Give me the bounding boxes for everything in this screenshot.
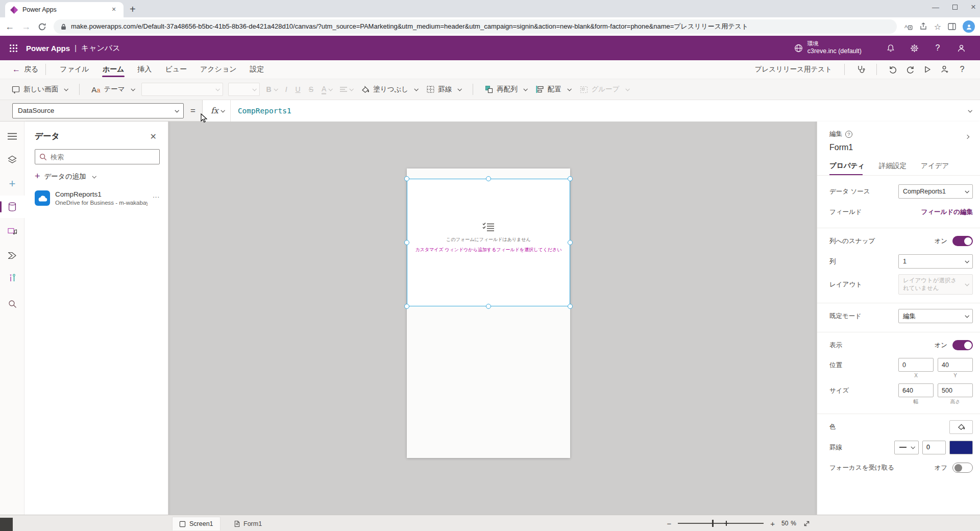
size-height-input[interactable] — [938, 383, 973, 397]
border-color-swatch[interactable] — [949, 441, 973, 454]
back-button[interactable]: ← — [5, 21, 14, 32]
help-button[interactable]: ? — [926, 43, 949, 53]
share-icon[interactable] — [919, 22, 927, 31]
menu-home[interactable]: ホーム — [96, 60, 131, 79]
fill-button[interactable]: 塗りつぶし — [357, 81, 422, 98]
settings-button[interactable] — [902, 44, 926, 53]
rail-media-button[interactable] — [0, 220, 24, 243]
window-maximize-button[interactable] — [952, 5, 958, 10]
screen-tab[interactable]: Screen1 — [172, 517, 220, 530]
columns-dropdown[interactable]: 1 — [898, 254, 973, 269]
canvas-area[interactable]: このフォームにフィールドはありません カスタマイズ ウィンドウから追加するフィー… — [168, 122, 817, 515]
color-picker-button[interactable] — [949, 420, 973, 434]
arrange-button[interactable]: 配置 — [531, 81, 575, 98]
tab-close-icon[interactable]: × — [109, 5, 118, 14]
browser-profile-avatar[interactable] — [963, 20, 975, 33]
data-source-more-button[interactable]: ... — [153, 191, 160, 199]
position-y-input[interactable] — [938, 358, 973, 372]
position-x-input[interactable] — [898, 358, 934, 372]
focus-toggle[interactable] — [952, 463, 973, 473]
selection-handle-ne[interactable] — [568, 176, 573, 181]
add-data-button[interactable]: + データの追加 — [35, 171, 160, 182]
theme-button[interactable]: Aa テーマ — [87, 81, 138, 98]
preview-play-button[interactable] — [919, 65, 936, 74]
menu-settings[interactable]: 設定 — [243, 60, 271, 79]
tab-properties[interactable]: プロパティ — [829, 159, 870, 175]
default-mode-dropdown[interactable]: 編集 — [898, 309, 973, 323]
selection-handle-se[interactable] — [568, 304, 573, 309]
form-control-selected[interactable]: このフォームにフィールドはありません カスタマイズ ウィンドウから追加するフィー… — [407, 179, 570, 306]
new-tab-button[interactable]: + — [130, 4, 136, 15]
tools-icon — [9, 274, 16, 283]
fit-to-window-icon[interactable] — [803, 520, 811, 527]
rail-advanced-tools-button[interactable] — [0, 267, 24, 289]
window-minimize-button[interactable]: — — [932, 3, 939, 11]
selection-handle-nw[interactable] — [404, 176, 409, 181]
url-field[interactable]: make.powerapps.com/e/Default-37a48656-b5… — [54, 19, 897, 34]
rail-search-button[interactable] — [0, 293, 24, 315]
redo-button[interactable] — [901, 65, 919, 74]
zoom-out-button[interactable]: − — [667, 519, 671, 528]
menu-action[interactable]: アクション — [193, 60, 243, 79]
account-button[interactable] — [949, 44, 973, 53]
snap-toggle[interactable] — [952, 236, 973, 246]
phone-screen[interactable]: このフォームにフィールドはありません カスタマイズ ウィンドウから追加するフィー… — [407, 168, 570, 458]
window-close-button[interactable]: × — [971, 2, 976, 12]
border-style-dropdown[interactable] — [894, 441, 919, 454]
selection-handle-sw[interactable] — [404, 304, 409, 309]
form-breadcrumb[interactable]: Form1 — [234, 517, 262, 530]
data-search-input[interactable] — [51, 153, 155, 161]
collapse-panel-button[interactable] — [959, 130, 973, 142]
size-width-input[interactable] — [898, 383, 934, 397]
environment-picker[interactable]: 環境 c3reve.inc (default) — [794, 40, 862, 55]
edit-fields-link[interactable]: フィールドの編集 — [921, 208, 973, 216]
selection-handle-s[interactable] — [486, 304, 491, 309]
brand-name[interactable]: Power Apps — [26, 44, 70, 53]
selection-handle-n[interactable] — [486, 176, 491, 181]
formula-text[interactable]: CompReports1 — [231, 107, 957, 115]
data-source-item[interactable]: CompReports1 OneDrive for Business - m-w… — [35, 190, 160, 206]
menu-insert[interactable]: 挿入 — [131, 60, 158, 79]
rail-power-automate-button[interactable] — [0, 244, 24, 267]
new-screen-button[interactable]: 新しい画面 — [7, 81, 72, 98]
menu-view[interactable]: ビュー — [158, 60, 193, 79]
zoom-slider-thumb[interactable] — [712, 520, 714, 527]
rail-insert-button[interactable]: + — [0, 173, 24, 195]
zoom-in-button[interactable]: + — [770, 519, 775, 528]
zoom-slider[interactable] — [678, 523, 764, 524]
visible-toggle[interactable] — [952, 340, 973, 350]
rail-menu-button[interactable] — [0, 125, 24, 148]
tab-advanced[interactable]: 詳細設定 — [879, 159, 912, 175]
rail-tree-view-button[interactable] — [0, 148, 24, 171]
share-app-button[interactable] — [936, 65, 953, 74]
waffle-menu-icon[interactable] — [9, 44, 18, 53]
selection-handle-e[interactable] — [568, 240, 573, 245]
help-circle-icon[interactable]: ? — [845, 131, 852, 138]
border-button[interactable]: 罫線 — [422, 81, 465, 98]
data-source-label: データ ソース — [829, 187, 898, 196]
rail-data-button[interactable] — [0, 196, 24, 218]
data-source-dropdown[interactable]: CompReports1 — [898, 184, 973, 199]
browser-tab[interactable]: Power Apps × — [5, 2, 124, 17]
border-width-input[interactable] — [922, 441, 946, 454]
data-search-box[interactable] — [35, 149, 160, 164]
forward-button[interactable]: → — [21, 21, 31, 32]
undo-button[interactable] — [884, 65, 901, 74]
formula-input-zone[interactable]: fx CompReports1 — [202, 100, 980, 122]
formula-expand-button[interactable] — [957, 109, 980, 112]
notifications-button[interactable] — [879, 44, 902, 52]
help-menu-button[interactable]: ? — [953, 65, 971, 74]
close-data-panel-button[interactable]: ✕ — [147, 131, 160, 142]
translate-icon[interactable]: A — [904, 22, 913, 31]
reload-button[interactable] — [38, 22, 46, 31]
tab-ideas[interactable]: アイデア — [921, 159, 954, 175]
back-to-apps-button[interactable]: ← 戻る — [12, 65, 38, 74]
menu-file[interactable]: ファイル — [53, 60, 95, 79]
chevron-down-icon — [911, 445, 915, 449]
app-checker-button[interactable] — [852, 65, 869, 74]
side-panel-icon[interactable] — [948, 22, 956, 31]
selection-handle-w[interactable] — [404, 240, 409, 245]
property-dropdown[interactable]: DataSource — [12, 103, 184, 118]
reorder-button[interactable]: 再配列 — [480, 81, 531, 98]
bookmark-star-icon[interactable]: ☆ — [934, 22, 941, 32]
